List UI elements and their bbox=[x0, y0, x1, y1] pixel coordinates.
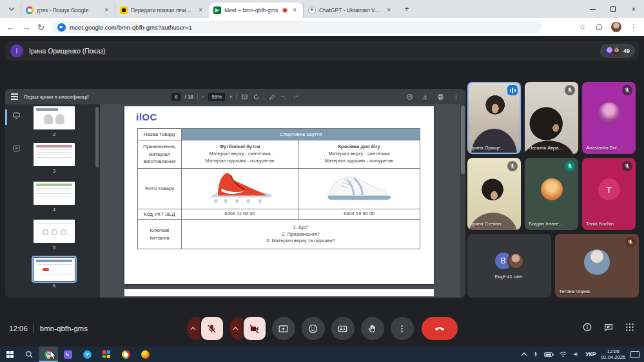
taskbar-app-grid-button[interactable] bbox=[97, 347, 116, 362]
tab-close-icon[interactable]: × bbox=[385, 6, 393, 14]
tray-battery-icon[interactable] bbox=[544, 352, 554, 357]
participant-tile-tania[interactable]: T Tania Kuchin bbox=[582, 158, 636, 230]
window-minimize-button[interactable] bbox=[582, 0, 603, 18]
thumbnail-number: 4 bbox=[34, 207, 75, 213]
pdf-scrollbar bbox=[460, 104, 465, 298]
raise-hand-button[interactable] bbox=[361, 317, 384, 340]
participant-avatar bbox=[598, 102, 620, 124]
start-button[interactable] bbox=[0, 347, 19, 362]
table-row-label: Фото товару bbox=[138, 169, 182, 209]
tab-google-search[interactable]: дтек - Пошук Google × bbox=[21, 3, 115, 18]
taskbar-round-app-button[interactable] bbox=[116, 347, 135, 362]
back-button[interactable]: ← bbox=[6, 23, 15, 32]
pdf-thumbnail-page-3: 3 bbox=[34, 143, 75, 174]
tab-close-icon[interactable]: × bbox=[291, 6, 298, 14]
firefox-icon bbox=[141, 350, 150, 359]
meet-control-bar: 12:06 bmn-qbfh-gms bbox=[0, 314, 644, 343]
taskbar-clock[interactable]: 12:06 01.04.2026 bbox=[601, 348, 625, 361]
bookmark-star-icon[interactable]: ☆ bbox=[579, 23, 586, 31]
browser-menu-icon[interactable]: ⋮ bbox=[630, 23, 638, 31]
pdf-thumbnail-page-5: 5 bbox=[34, 220, 75, 251]
pdf-annotate-pen-icon bbox=[268, 93, 276, 100]
mic-options-button[interactable] bbox=[187, 317, 200, 340]
tab-meet-active[interactable]: Meet – bmn-qbfh-gms × bbox=[209, 3, 303, 18]
tray-expand-button[interactable] bbox=[521, 352, 527, 356]
screen: дтек - Пошук Google × Передати покази лі… bbox=[0, 0, 644, 362]
tab-close-icon[interactable]: × bbox=[102, 6, 110, 14]
window-maximize-button[interactable] bbox=[603, 0, 623, 18]
pdf-zoom-level: 55% bbox=[208, 93, 225, 101]
meet-page: І Ірина Орищенко (Показ) 49 Перші кроки … bbox=[0, 36, 644, 347]
participant-avatar bbox=[507, 252, 524, 269]
tab-dtek-meters[interactable]: Передати покази лічильника × bbox=[115, 3, 209, 18]
window-close-button[interactable]: × bbox=[623, 0, 644, 18]
new-tab-button[interactable]: + bbox=[400, 2, 414, 16]
tray-mic-icon[interactable] bbox=[532, 350, 539, 358]
meeting-details-button[interactable] bbox=[582, 322, 592, 335]
taskbar-firefox-button[interactable] bbox=[135, 347, 155, 362]
pdf-thumbnail-page-2: 2 bbox=[34, 106, 75, 137]
pdf-thumbnail-page-6: 6 bbox=[34, 258, 75, 289]
mic-off-icon bbox=[622, 85, 632, 95]
participant-avatar bbox=[541, 178, 563, 200]
present-screen-button[interactable] bbox=[272, 317, 295, 340]
language-indicator[interactable]: УКР bbox=[585, 351, 596, 357]
participant-count-pill[interactable]: 49 bbox=[600, 44, 635, 58]
table-header-cell: Спортивне взуття bbox=[182, 129, 420, 140]
profile-avatar[interactable] bbox=[611, 22, 621, 32]
mic-off-icon bbox=[622, 161, 632, 171]
camera-options-button[interactable] bbox=[229, 317, 242, 340]
layout-button[interactable] bbox=[331, 317, 355, 340]
extensions-puzzle-icon[interactable] bbox=[594, 23, 603, 32]
forward-button[interactable]: → bbox=[22, 23, 30, 32]
address-bar[interactable]: meet.google.com/bmn-qbfh-gms?authuser=1 bbox=[52, 21, 542, 33]
grid-app-icon bbox=[102, 350, 110, 358]
reload-button[interactable]: ↻ bbox=[37, 23, 44, 32]
taskbar-telegram-button[interactable] bbox=[77, 347, 97, 362]
action-center-icon[interactable] bbox=[630, 351, 639, 358]
kebab-icon bbox=[396, 323, 407, 334]
participant-tile-iryna-s[interactable]: Ірина Степан... bbox=[467, 158, 521, 230]
overflow-avatars: B bbox=[495, 252, 524, 269]
tab-close-icon[interactable]: × bbox=[197, 6, 204, 14]
divider bbox=[34, 324, 34, 333]
participant-tile-tetiana[interactable]: Тетяна Чорна bbox=[555, 234, 639, 298]
end-call-button[interactable] bbox=[422, 317, 458, 340]
present-icon bbox=[278, 323, 289, 334]
end-call-icon bbox=[433, 322, 446, 335]
participant-name: Ірина Степан... bbox=[471, 221, 505, 227]
camera-off-button[interactable] bbox=[244, 317, 266, 340]
taskbar-time: 12:06 bbox=[601, 348, 625, 354]
taskbar-viber-button[interactable] bbox=[58, 347, 77, 362]
shared-screen-tile[interactable]: Перші кроки в класифікації 6 / 18 − 55% … bbox=[5, 89, 465, 298]
more-options-button[interactable] bbox=[391, 317, 414, 340]
divider bbox=[264, 93, 264, 100]
table-cell-code-sneakers: 6404 19 90 00 bbox=[298, 209, 420, 220]
participant-tile-anastasiia[interactable]: Anastasiia Bul... bbox=[582, 82, 636, 154]
taskbar-chrome-button[interactable] bbox=[39, 347, 58, 362]
tray-wifi-icon[interactable] bbox=[559, 351, 567, 357]
participant-name: Тетяна Чорна bbox=[559, 289, 590, 294]
taskbar-search-button[interactable] bbox=[19, 347, 39, 362]
participant-tile-bohdan[interactable]: Богдан Ігнате... bbox=[525, 158, 578, 230]
overflow-participants-tile[interactable]: B Ещё 41 чел. bbox=[467, 234, 551, 298]
camera-in-use-icon[interactable] bbox=[57, 23, 66, 32]
tray-volume-icon[interactable] bbox=[572, 351, 580, 357]
apps-grid-icon bbox=[625, 322, 635, 332]
activities-button[interactable] bbox=[625, 322, 635, 335]
tab-search-button[interactable] bbox=[4, 1, 19, 17]
presenter-name: Ірина Орищенко (Показ) bbox=[29, 47, 105, 55]
pdf-undo-icon bbox=[280, 93, 288, 100]
tab-chatgpt[interactable]: ChatGPT - Ukrainian Voice × bbox=[303, 3, 397, 18]
chat-button[interactable] bbox=[603, 322, 614, 335]
meet-panel-buttons bbox=[582, 314, 635, 343]
reactions-button[interactable] bbox=[302, 317, 325, 340]
mic-off-icon bbox=[565, 161, 575, 171]
mic-muted-button[interactable] bbox=[201, 317, 223, 340]
pdf-menu-icon bbox=[11, 93, 18, 100]
participant-avatar bbox=[584, 249, 610, 275]
mic-off-icon bbox=[507, 161, 518, 171]
pdf-rotate-icon bbox=[252, 93, 260, 100]
participant-tile-iryna-o[interactable]: Ірина Орище... bbox=[467, 82, 521, 154]
participant-tile-nataliia[interactable]: Наталія Авра... bbox=[525, 82, 578, 154]
